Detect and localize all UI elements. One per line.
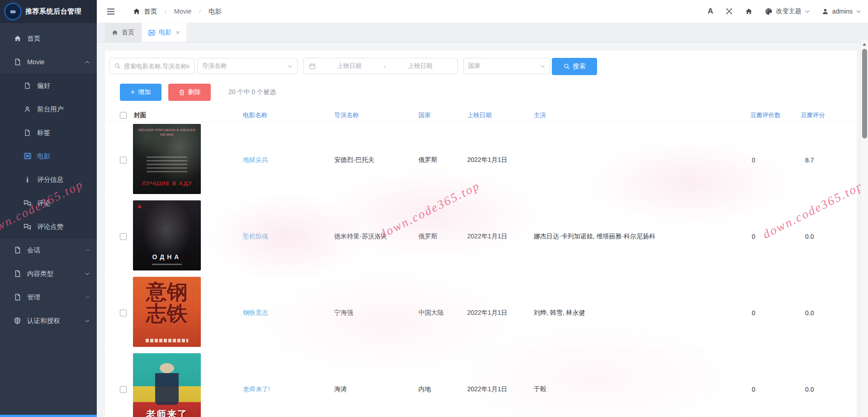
- country-select[interactable]: 国家: [463, 58, 550, 74]
- director-cell: 海涛: [334, 385, 347, 393]
- sidebar-item-session[interactable]: 会话: [0, 238, 97, 262]
- menu-toggle-icon[interactable]: [107, 8, 115, 15]
- collapsed-indicator: [85, 297, 90, 298]
- search-input[interactable]: [124, 63, 190, 70]
- sidebar-item-label: 内容类型: [27, 270, 53, 278]
- column-header-rating[interactable]: 豆瓣评分: [796, 111, 825, 119]
- table-row: 意钢志铁 钢铁意志 宁海强 中国大陆 2022年1月1日 刘烨, 韩雪, 林永健…: [105, 275, 857, 351]
- column-header-name[interactable]: 电影名称: [243, 111, 267, 119]
- sidebar: ∞ 推荐系统后台管理 首页 Movie: [0, 0, 97, 417]
- date-end-input[interactable]: 上映日期: [389, 62, 452, 70]
- scrollbar-thumb[interactable]: [862, 49, 867, 138]
- username: admins: [832, 8, 853, 15]
- filter-bar: 导演名称 上映日期 - 上映日期 国家: [109, 58, 554, 74]
- home-icon: [112, 29, 118, 36]
- document-icon: [14, 246, 21, 254]
- sidebar-item-movie[interactable]: Movie: [0, 50, 97, 74]
- date-start-input[interactable]: 上映日期: [318, 62, 381, 70]
- selection-status: 20 个中 0 个被选: [228, 88, 276, 96]
- column-header-actors[interactable]: 主演: [534, 111, 546, 119]
- country-cell: 俄罗斯: [418, 232, 437, 241]
- sidebar-item-label: 认证和授权: [27, 317, 60, 325]
- document-icon: [24, 82, 31, 90]
- sidebar-item-home[interactable]: 首页: [0, 27, 97, 50]
- tab-bar: 首页 电影 ×: [97, 23, 868, 43]
- close-icon[interactable]: ×: [176, 29, 180, 36]
- sidebar-item-auth[interactable]: 认证和授权: [0, 309, 97, 332]
- column-header-director[interactable]: 导演名称: [334, 111, 359, 119]
- sidebar-item-comment-like[interactable]: 评论点赞: [0, 215, 97, 238]
- rating-count-cell: 0: [752, 233, 755, 240]
- add-button[interactable]: + 增加: [120, 84, 161, 101]
- poster-decoration: [146, 339, 188, 342]
- poster-title: 意钢志铁: [146, 281, 188, 325]
- movie-name-link[interactable]: 老师来了!: [243, 385, 270, 393]
- user-icon: [24, 105, 31, 113]
- user-menu[interactable]: admins: [822, 8, 861, 15]
- sidebar-item-tag[interactable]: 标签: [0, 121, 97, 144]
- document-icon: [14, 270, 21, 278]
- table-row: 老师来了 老师来了! 海涛 内地 2022年1月1日 于毅 0 0.0: [105, 351, 857, 417]
- sidebar-submenu-movie: 偏好 前台用户 标签: [0, 74, 97, 238]
- tab-home[interactable]: 首页: [105, 23, 142, 42]
- row-checkbox[interactable]: [120, 233, 127, 240]
- column-header-release-date[interactable]: 上映日期: [467, 111, 492, 119]
- row-checkbox[interactable]: [120, 157, 127, 164]
- rating-cell: 0.0: [805, 386, 814, 393]
- theme-switcher[interactable]: 改变主题: [765, 7, 810, 15]
- search-button[interactable]: 搜索: [552, 58, 597, 75]
- fullscreen-icon[interactable]: [726, 8, 733, 15]
- home-icon[interactable]: [745, 8, 753, 15]
- movie-name-link[interactable]: 坠机惊魂: [243, 232, 268, 241]
- vertical-scrollbar[interactable]: [860, 40, 868, 417]
- sidebar-item-content-type[interactable]: 内容类型: [0, 262, 97, 285]
- theme-label: 改变主题: [776, 7, 802, 15]
- select-all-checkbox[interactable]: [120, 112, 127, 118]
- chevron-down-icon: [85, 272, 90, 275]
- scroll-up-arrow-icon[interactable]: [863, 43, 866, 46]
- movie-poster: 老师来了: [133, 353, 201, 417]
- sidebar-item-front-user[interactable]: 前台用户: [0, 97, 97, 121]
- release-date-cell: 2022年1月1日: [467, 385, 508, 393]
- column-header-country[interactable]: 国家: [418, 111, 431, 119]
- palette-icon: [765, 8, 773, 15]
- sidebar-item-label: Movie: [27, 58, 45, 66]
- row-checkbox[interactable]: [120, 386, 127, 393]
- sidebar-item-rating-info[interactable]: i 评分信息: [0, 168, 97, 191]
- chevron-down-icon: [85, 319, 90, 322]
- sidebar-item-label: 管理: [27, 293, 40, 302]
- sidebar-item-label: 前台用户: [37, 105, 63, 114]
- breadcrumb-section[interactable]: Movie: [174, 8, 192, 15]
- release-date-range[interactable]: 上映日期 - 上映日期: [303, 58, 458, 74]
- rating-cell: 0.0: [805, 233, 814, 240]
- navbar-actions: A 改变主题 admins: [708, 7, 861, 16]
- sidebar-item-preference[interactable]: 偏好: [0, 74, 97, 97]
- sidebar-item-label: 评分信息: [37, 175, 63, 184]
- search-icon: [114, 63, 121, 69]
- document-icon: [24, 129, 31, 137]
- breadcrumb-home[interactable]: 首页: [133, 7, 157, 16]
- movie-name-link[interactable]: 地狱尖兵: [243, 156, 268, 164]
- sidebar-item-movie-list[interactable]: 电影: [0, 144, 97, 168]
- sidebar-item-label: 评论: [37, 199, 50, 208]
- sidebar-item-label: 首页: [27, 34, 40, 43]
- director-cell: 宁海强: [334, 309, 353, 317]
- poster-top-text: ЕВГЕНИЯ ПРИГОЖИНА И АЛЕКСЕЯ НАГИНА: [137, 128, 197, 137]
- director-select[interactable]: 导演名称: [197, 58, 298, 74]
- tab-label: 电影: [159, 28, 171, 37]
- breadcrumb-label: 首页: [144, 7, 157, 16]
- column-header-rating-count[interactable]: 豆瓣评价数: [729, 111, 781, 119]
- rating-cell: 0.0: [805, 309, 814, 317]
- font-size-button[interactable]: A: [708, 7, 713, 16]
- chevron-down-icon: [540, 65, 545, 68]
- movie-search-field[interactable]: [109, 58, 194, 74]
- sidebar-item-comment[interactable]: 评论: [0, 191, 97, 215]
- rating-count-cell: 0: [752, 386, 755, 393]
- row-checkbox[interactable]: [120, 310, 127, 317]
- tab-movie[interactable]: 电影 ×: [142, 23, 186, 42]
- breadcrumb-current: 电影: [209, 7, 222, 16]
- sidebar-item-management[interactable]: 管理: [0, 285, 97, 309]
- delete-button[interactable]: 删除: [168, 84, 211, 101]
- home-icon: [14, 35, 21, 43]
- movie-name-link[interactable]: 钢铁意志: [243, 309, 268, 317]
